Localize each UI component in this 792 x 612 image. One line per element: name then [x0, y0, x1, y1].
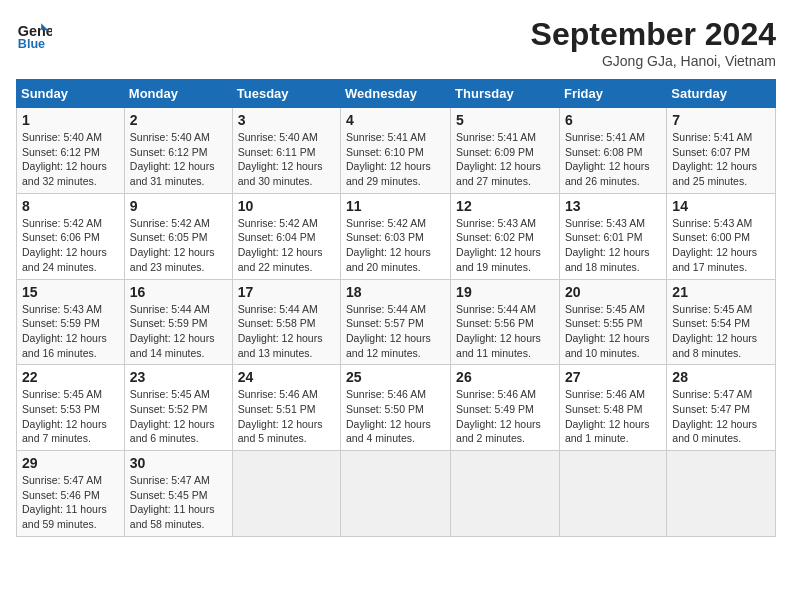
day-detail: Sunrise: 5:45 AM Sunset: 5:53 PM Dayligh… — [22, 387, 119, 446]
calendar-day-cell: 14Sunrise: 5:43 AM Sunset: 6:00 PM Dayli… — [667, 193, 776, 279]
calendar-day-cell — [341, 451, 451, 537]
calendar-day-cell: 21Sunrise: 5:45 AM Sunset: 5:54 PM Dayli… — [667, 279, 776, 365]
calendar-day-cell: 18Sunrise: 5:44 AM Sunset: 5:57 PM Dayli… — [341, 279, 451, 365]
calendar-day-cell: 22Sunrise: 5:45 AM Sunset: 5:53 PM Dayli… — [17, 365, 125, 451]
logo-icon: General Blue — [16, 16, 52, 52]
calendar-week-row: 22Sunrise: 5:45 AM Sunset: 5:53 PM Dayli… — [17, 365, 776, 451]
calendar-day-cell: 27Sunrise: 5:46 AM Sunset: 5:48 PM Dayli… — [559, 365, 666, 451]
day-number: 4 — [346, 112, 445, 128]
title-area: September 2024 GJong GJa, Hanoi, Vietnam — [531, 16, 776, 69]
day-number: 24 — [238, 369, 335, 385]
day-detail: Sunrise: 5:40 AM Sunset: 6:12 PM Dayligh… — [22, 130, 119, 189]
calendar-day-cell: 23Sunrise: 5:45 AM Sunset: 5:52 PM Dayli… — [124, 365, 232, 451]
day-detail: Sunrise: 5:43 AM Sunset: 5:59 PM Dayligh… — [22, 302, 119, 361]
calendar-day-cell — [232, 451, 340, 537]
calendar-body: 1Sunrise: 5:40 AM Sunset: 6:12 PM Daylig… — [17, 108, 776, 537]
day-detail: Sunrise: 5:47 AM Sunset: 5:47 PM Dayligh… — [672, 387, 770, 446]
location-subtitle: GJong GJa, Hanoi, Vietnam — [531, 53, 776, 69]
day-number: 11 — [346, 198, 445, 214]
weekday-header-row: SundayMondayTuesdayWednesdayThursdayFrid… — [17, 80, 776, 108]
calendar-day-cell: 24Sunrise: 5:46 AM Sunset: 5:51 PM Dayli… — [232, 365, 340, 451]
calendar-day-cell: 12Sunrise: 5:43 AM Sunset: 6:02 PM Dayli… — [451, 193, 560, 279]
day-detail: Sunrise: 5:42 AM Sunset: 6:06 PM Dayligh… — [22, 216, 119, 275]
day-number: 18 — [346, 284, 445, 300]
calendar-day-cell: 20Sunrise: 5:45 AM Sunset: 5:55 PM Dayli… — [559, 279, 666, 365]
day-detail: Sunrise: 5:40 AM Sunset: 6:11 PM Dayligh… — [238, 130, 335, 189]
calendar-day-cell: 1Sunrise: 5:40 AM Sunset: 6:12 PM Daylig… — [17, 108, 125, 194]
day-detail: Sunrise: 5:40 AM Sunset: 6:12 PM Dayligh… — [130, 130, 227, 189]
day-detail: Sunrise: 5:41 AM Sunset: 6:07 PM Dayligh… — [672, 130, 770, 189]
weekday-header-cell: Thursday — [451, 80, 560, 108]
day-number: 30 — [130, 455, 227, 471]
day-number: 12 — [456, 198, 554, 214]
calendar-day-cell: 11Sunrise: 5:42 AM Sunset: 6:03 PM Dayli… — [341, 193, 451, 279]
day-detail: Sunrise: 5:41 AM Sunset: 6:08 PM Dayligh… — [565, 130, 661, 189]
day-number: 7 — [672, 112, 770, 128]
day-detail: Sunrise: 5:46 AM Sunset: 5:50 PM Dayligh… — [346, 387, 445, 446]
day-detail: Sunrise: 5:42 AM Sunset: 6:03 PM Dayligh… — [346, 216, 445, 275]
day-detail: Sunrise: 5:43 AM Sunset: 6:00 PM Dayligh… — [672, 216, 770, 275]
calendar-day-cell: 8Sunrise: 5:42 AM Sunset: 6:06 PM Daylig… — [17, 193, 125, 279]
calendar-day-cell: 6Sunrise: 5:41 AM Sunset: 6:08 PM Daylig… — [559, 108, 666, 194]
calendar-day-cell: 5Sunrise: 5:41 AM Sunset: 6:09 PM Daylig… — [451, 108, 560, 194]
day-detail: Sunrise: 5:45 AM Sunset: 5:52 PM Dayligh… — [130, 387, 227, 446]
calendar-day-cell: 9Sunrise: 5:42 AM Sunset: 6:05 PM Daylig… — [124, 193, 232, 279]
calendar-day-cell — [667, 451, 776, 537]
day-detail: Sunrise: 5:41 AM Sunset: 6:09 PM Dayligh… — [456, 130, 554, 189]
svg-text:Blue: Blue — [18, 37, 45, 51]
calendar-day-cell: 28Sunrise: 5:47 AM Sunset: 5:47 PM Dayli… — [667, 365, 776, 451]
calendar-day-cell — [451, 451, 560, 537]
day-number: 26 — [456, 369, 554, 385]
day-detail: Sunrise: 5:47 AM Sunset: 5:45 PM Dayligh… — [130, 473, 227, 532]
day-number: 29 — [22, 455, 119, 471]
day-number: 1 — [22, 112, 119, 128]
calendar-day-cell: 26Sunrise: 5:46 AM Sunset: 5:49 PM Dayli… — [451, 365, 560, 451]
weekday-header-cell: Monday — [124, 80, 232, 108]
day-number: 5 — [456, 112, 554, 128]
day-number: 9 — [130, 198, 227, 214]
day-number: 21 — [672, 284, 770, 300]
day-number: 13 — [565, 198, 661, 214]
day-detail: Sunrise: 5:46 AM Sunset: 5:49 PM Dayligh… — [456, 387, 554, 446]
calendar-week-row: 1Sunrise: 5:40 AM Sunset: 6:12 PM Daylig… — [17, 108, 776, 194]
day-detail: Sunrise: 5:42 AM Sunset: 6:05 PM Dayligh… — [130, 216, 227, 275]
weekday-header-cell: Wednesday — [341, 80, 451, 108]
calendar-day-cell: 30Sunrise: 5:47 AM Sunset: 5:45 PM Dayli… — [124, 451, 232, 537]
day-number: 6 — [565, 112, 661, 128]
day-number: 3 — [238, 112, 335, 128]
day-number: 19 — [456, 284, 554, 300]
day-detail: Sunrise: 5:47 AM Sunset: 5:46 PM Dayligh… — [22, 473, 119, 532]
day-detail: Sunrise: 5:44 AM Sunset: 5:56 PM Dayligh… — [456, 302, 554, 361]
day-number: 16 — [130, 284, 227, 300]
weekday-header-cell: Sunday — [17, 80, 125, 108]
calendar-week-row: 8Sunrise: 5:42 AM Sunset: 6:06 PM Daylig… — [17, 193, 776, 279]
day-detail: Sunrise: 5:46 AM Sunset: 5:51 PM Dayligh… — [238, 387, 335, 446]
day-detail: Sunrise: 5:41 AM Sunset: 6:10 PM Dayligh… — [346, 130, 445, 189]
weekday-header-cell: Tuesday — [232, 80, 340, 108]
calendar-week-row: 29Sunrise: 5:47 AM Sunset: 5:46 PM Dayli… — [17, 451, 776, 537]
day-number: 20 — [565, 284, 661, 300]
calendar-day-cell: 29Sunrise: 5:47 AM Sunset: 5:46 PM Dayli… — [17, 451, 125, 537]
day-detail: Sunrise: 5:45 AM Sunset: 5:55 PM Dayligh… — [565, 302, 661, 361]
calendar-day-cell — [559, 451, 666, 537]
day-number: 17 — [238, 284, 335, 300]
calendar-table: SundayMondayTuesdayWednesdayThursdayFrid… — [16, 79, 776, 537]
calendar-day-cell: 15Sunrise: 5:43 AM Sunset: 5:59 PM Dayli… — [17, 279, 125, 365]
day-detail: Sunrise: 5:45 AM Sunset: 5:54 PM Dayligh… — [672, 302, 770, 361]
day-detail: Sunrise: 5:43 AM Sunset: 6:01 PM Dayligh… — [565, 216, 661, 275]
logo: General Blue — [16, 16, 52, 52]
day-number: 10 — [238, 198, 335, 214]
calendar-day-cell: 3Sunrise: 5:40 AM Sunset: 6:11 PM Daylig… — [232, 108, 340, 194]
day-detail: Sunrise: 5:42 AM Sunset: 6:04 PM Dayligh… — [238, 216, 335, 275]
day-number: 8 — [22, 198, 119, 214]
day-number: 22 — [22, 369, 119, 385]
calendar-day-cell: 16Sunrise: 5:44 AM Sunset: 5:59 PM Dayli… — [124, 279, 232, 365]
calendar-day-cell: 19Sunrise: 5:44 AM Sunset: 5:56 PM Dayli… — [451, 279, 560, 365]
page-header: General Blue September 2024 GJong GJa, H… — [16, 16, 776, 69]
calendar-day-cell: 10Sunrise: 5:42 AM Sunset: 6:04 PM Dayli… — [232, 193, 340, 279]
calendar-day-cell: 17Sunrise: 5:44 AM Sunset: 5:58 PM Dayli… — [232, 279, 340, 365]
day-detail: Sunrise: 5:44 AM Sunset: 5:58 PM Dayligh… — [238, 302, 335, 361]
calendar-week-row: 15Sunrise: 5:43 AM Sunset: 5:59 PM Dayli… — [17, 279, 776, 365]
day-number: 14 — [672, 198, 770, 214]
day-number: 25 — [346, 369, 445, 385]
